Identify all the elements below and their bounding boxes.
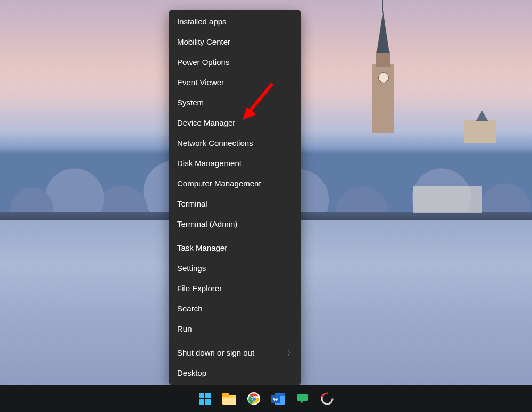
menu-item-label: Terminal (Admin) — [177, 219, 237, 229]
menu-item-event-viewer[interactable]: Event Viewer — [169, 72, 301, 93]
menu-item-settings[interactable]: Settings — [169, 258, 301, 278]
menu-item-label: Network Connections — [177, 138, 253, 149]
svg-rect-17 — [297, 394, 308, 401]
svg-text:W: W — [273, 396, 279, 402]
chrome-icon[interactable] — [246, 391, 261, 406]
menu-item-desktop[interactable]: Desktop — [169, 363, 301, 383]
menu-item-installed-apps[interactable]: Installed apps — [169, 12, 301, 32]
menu-item-run[interactable]: Run — [169, 319, 301, 339]
svg-rect-7 — [222, 393, 229, 397]
menu-item-system[interactable]: System — [169, 93, 301, 113]
winx-context-menu: Installed apps Mobility Center Power Opt… — [169, 10, 301, 385]
svg-rect-5 — [205, 399, 211, 405]
wallpaper-tower-clock — [378, 72, 389, 83]
chevron-right-icon: 〉 — [287, 348, 294, 358]
menu-item-disk-management[interactable]: Disk Management — [169, 153, 301, 174]
menu-item-search[interactable]: Search — [169, 299, 301, 319]
start-icon[interactable] — [197, 391, 212, 406]
wallpaper-building-1-roof — [476, 111, 488, 121]
wallpaper-building-2 — [413, 186, 482, 213]
menu-item-label: Computer Management — [177, 178, 261, 189]
menu-item-label: Power Options — [177, 57, 229, 68]
menu-item-label: Desktop — [177, 368, 206, 378]
wallpaper-building-1 — [464, 120, 496, 143]
menu-item-file-explorer[interactable]: File Explorer — [169, 278, 301, 299]
menu-item-network-connections[interactable]: Network Connections — [169, 133, 301, 153]
menu-item-label: Terminal — [177, 199, 207, 209]
file-explorer-icon[interactable] — [222, 391, 237, 406]
menu-item-power-options[interactable]: Power Options — [169, 52, 301, 72]
menu-item-label: Shut down or sign out — [177, 348, 254, 358]
menu-item-label: Task Manager — [177, 243, 227, 253]
menu-item-computer-management[interactable]: Computer Management — [169, 174, 301, 194]
menu-item-label: Search — [177, 303, 203, 314]
chat-icon[interactable] — [295, 391, 310, 406]
menu-item-terminal-admin[interactable]: Terminal (Admin) — [169, 214, 301, 234]
menu-item-label: Run — [177, 324, 192, 334]
menu-item-label: Device Manager — [177, 118, 235, 128]
menu-item-label: File Explorer — [177, 283, 222, 294]
svg-rect-8 — [222, 398, 236, 405]
taskbar: W — [0, 385, 532, 412]
svg-rect-3 — [205, 393, 211, 398]
menu-item-label: System — [177, 97, 204, 108]
menu-separator — [169, 341, 301, 341]
menu-item-task-manager[interactable]: Task Manager — [169, 238, 301, 258]
menu-item-mobility-center[interactable]: Mobility Center — [169, 32, 301, 52]
menu-item-label: Event Viewer — [177, 77, 224, 88]
svg-point-12 — [252, 397, 255, 400]
menu-item-terminal[interactable]: Terminal — [169, 194, 301, 214]
menu-item-label: Installed apps — [177, 17, 227, 27]
menu-item-label: Mobility Center — [177, 37, 230, 47]
menu-item-label: Settings — [177, 263, 206, 274]
wallpaper-tower-spire — [377, 11, 389, 53]
menu-separator — [169, 236, 301, 236]
word-icon[interactable]: W — [271, 391, 286, 406]
svg-rect-2 — [199, 393, 204, 398]
svg-point-20 — [321, 392, 334, 405]
menu-item-label: Disk Management — [177, 158, 242, 169]
svg-rect-4 — [199, 399, 204, 405]
app-icon[interactable] — [320, 391, 335, 406]
wallpaper-tower-needle — [382, 0, 383, 13]
menu-item-device-manager[interactable]: Device Manager — [169, 113, 301, 133]
menu-item-shutdown-signout[interactable]: Shut down or sign out 〉 — [169, 343, 301, 363]
svg-marker-18 — [301, 400, 304, 404]
